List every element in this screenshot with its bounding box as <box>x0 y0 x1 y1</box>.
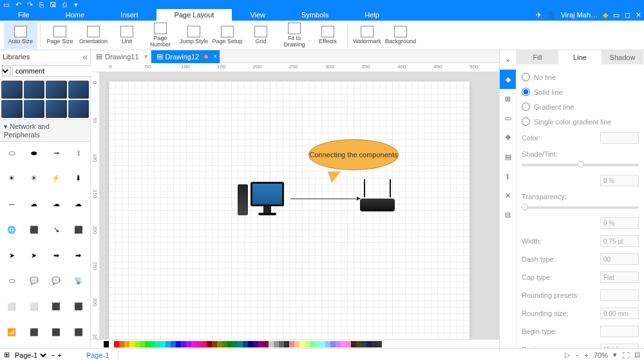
color-swatch[interactable] <box>104 341 109 347</box>
recent-shape[interactable] <box>68 81 90 99</box>
zoom-in-icon[interactable]: + <box>585 351 589 359</box>
palette-shape[interactable]: ⬛ <box>68 220 90 239</box>
color-swatch[interactable] <box>351 341 356 347</box>
min-icon[interactable]: ▭ <box>613 11 620 19</box>
menu-insert[interactable]: Insert <box>102 9 156 21</box>
color-swatch[interactable] <box>346 341 351 347</box>
color-swatch[interactable] <box>140 341 145 347</box>
recent-shape[interactable] <box>1 81 23 99</box>
palette-shape[interactable]: ⬛ <box>68 297 90 317</box>
palette-shape[interactable]: ⬜ <box>24 297 45 317</box>
shade-slider[interactable] <box>522 164 639 166</box>
palette-shape[interactable]: 📡 <box>68 271 90 291</box>
color-swatch[interactable] <box>356 341 361 347</box>
color-swatch[interactable] <box>145 341 150 347</box>
palette-shape[interactable]: 🌐 <box>1 220 23 239</box>
qat-icon[interactable]: ⎙ <box>61 1 68 8</box>
shuffle-rail-icon[interactable]: ✕ <box>500 186 516 205</box>
canvas[interactable]: Connecting the components <box>100 72 499 339</box>
palette-shape[interactable]: ⬜ <box>1 297 23 317</box>
background-button[interactable]: Background <box>384 22 417 49</box>
menu-symbols[interactable]: Symbols <box>283 9 346 21</box>
palette-shape[interactable]: ↘ <box>46 220 67 239</box>
color-swatch[interactable] <box>160 341 166 347</box>
close-tab-icon[interactable]: × <box>144 53 148 60</box>
qat-icon[interactable]: ↷ <box>26 1 33 8</box>
auto-size-button[interactable]: Auto Size <box>4 22 37 49</box>
color-swatch[interactable] <box>181 341 186 347</box>
palette-shape[interactable]: ☁ <box>68 195 90 214</box>
palette-shape[interactable]: ⬛ <box>46 322 67 342</box>
color-swatch[interactable] <box>325 341 330 347</box>
palette-shape[interactable]: ➤ <box>24 246 45 265</box>
palette-shape[interactable]: 📶 <box>1 322 23 342</box>
recent-shape[interactable] <box>24 81 45 99</box>
unit-button[interactable]: Unit <box>110 22 144 49</box>
color-swatch[interactable] <box>166 341 171 347</box>
color-swatch[interactable] <box>289 341 294 347</box>
palette-shape[interactable]: 💬 <box>24 271 45 291</box>
recent-shape[interactable] <box>68 100 90 118</box>
collapse-icon[interactable]: « <box>82 52 88 62</box>
color-swatch[interactable] <box>129 341 135 347</box>
palette-shape[interactable]: ⬛ <box>24 322 45 342</box>
color-swatch[interactable] <box>366 341 372 347</box>
page[interactable]: Connecting the components <box>109 81 469 339</box>
user-name[interactable]: Viraj Mah… <box>561 11 598 19</box>
dash-select[interactable]: 00 <box>600 253 639 265</box>
close-tab-icon[interactable]: × <box>213 53 217 60</box>
color-swatch[interactable] <box>361 341 366 347</box>
speech-bubble-shape[interactable]: Connecting the components <box>308 139 399 178</box>
search-scope-select[interactable] <box>2 65 11 77</box>
color-swatch[interactable] <box>114 341 119 347</box>
color-swatch[interactable] <box>248 341 253 347</box>
transparency-value[interactable]: 0 % <box>600 217 639 229</box>
close-icon[interactable]: ✕ <box>636 11 641 19</box>
zoom-out-icon[interactable]: − <box>575 351 579 359</box>
color-swatch[interactable] <box>330 341 336 347</box>
page-select[interactable]: Page-1 <box>12 351 48 360</box>
color-swatch[interactable] <box>336 341 341 347</box>
color-swatch[interactable] <box>258 341 263 347</box>
qat-icon[interactable]: 🖫 <box>49 1 57 8</box>
page-rail-icon[interactable]: ▤ <box>500 147 516 166</box>
page-number-button[interactable]: Page Number <box>144 22 177 49</box>
shade-value[interactable]: 0 % <box>600 175 639 186</box>
document-tab[interactable]: ▤Drawing12× <box>151 50 221 63</box>
recent-shape[interactable] <box>1 100 23 118</box>
orientation-button[interactable]: Orientation <box>77 22 110 49</box>
color-swatch[interactable] <box>109 341 114 347</box>
palette-shape[interactable]: ⬛ <box>24 220 45 239</box>
qat-icon[interactable]: ↶ <box>14 1 22 8</box>
next-page-icon[interactable]: + <box>57 351 61 359</box>
palette-shape[interactable]: ⬬ <box>24 143 45 162</box>
palette-shape[interactable]: ☀ <box>1 169 23 188</box>
rounding-input[interactable]: 0.00 mm <box>600 307 639 319</box>
menu-view[interactable]: View <box>232 9 283 21</box>
restore-icon[interactable]: ◻ <box>625 11 630 19</box>
color-swatch[interactable] <box>171 341 176 347</box>
color-swatch[interactable] <box>238 341 243 347</box>
palette-shape[interactable]: ⬇ <box>68 169 90 188</box>
tab-shadow[interactable]: Shadow <box>601 50 644 64</box>
category-header[interactable]: ▾ Network and Peripherals <box>0 119 90 142</box>
effects-button[interactable]: Effects <box>311 22 345 49</box>
palette-shape[interactable]: ⬛ <box>68 322 90 342</box>
color-swatch[interactable] <box>372 341 377 347</box>
rounding-preset[interactable] <box>600 289 639 301</box>
palette-shape[interactable]: ⊸ <box>46 143 67 162</box>
color-swatch[interactable] <box>310 341 315 347</box>
begin-size[interactable]: Middle <box>600 344 639 348</box>
color-swatch[interactable] <box>191 341 196 347</box>
fit-icon[interactable]: ⛶ <box>622 351 629 359</box>
expand-icon[interactable]: » <box>500 50 516 70</box>
color-swatch[interactable] <box>217 341 222 347</box>
color-swatch[interactable] <box>377 341 382 347</box>
grid-rail-icon[interactable]: ⊞ <box>500 89 516 108</box>
width-input[interactable]: 0.75 pt <box>600 235 639 247</box>
tab-line[interactable]: Line <box>559 50 601 64</box>
document-tab[interactable]: ▤Drawing11× <box>91 50 151 63</box>
computer-shape[interactable] <box>238 179 289 218</box>
color-swatch[interactable] <box>155 341 160 347</box>
palette-shape[interactable]: ➡ <box>46 246 67 265</box>
